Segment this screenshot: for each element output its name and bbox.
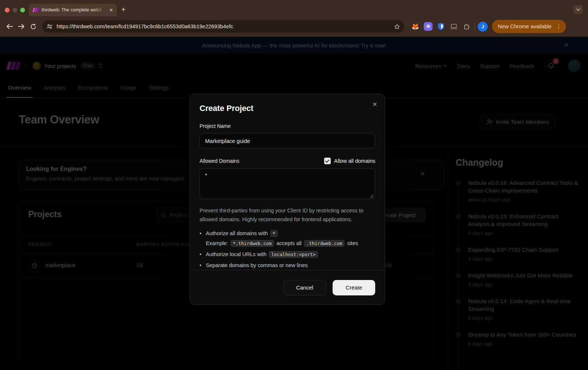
back-arrow-icon — [6, 24, 13, 29]
bullet-separate-domains: • Separate domains by commas or new line… — [200, 261, 375, 270]
create-button[interactable]: Create — [333, 280, 375, 295]
extensions-puzzle-icon[interactable] — [462, 22, 472, 31]
extension-icons: 🦊 ❄ — [410, 22, 472, 31]
code-chip-domain: .thirdweb.com — [304, 240, 345, 247]
allow-all-domains-label: Allow all domains — [334, 158, 375, 164]
minimize-window-button[interactable] — [12, 8, 17, 12]
domains-help-text: Prevent third-parties from using your Cl… — [200, 206, 375, 224]
back-button[interactable] — [4, 21, 15, 32]
domains-bullet-list: • Authorize all domains with * Example: … — [200, 229, 375, 270]
laptop-extension-icon[interactable] — [449, 22, 459, 31]
allowed-domains-label: Allowed Domains — [200, 158, 239, 164]
tab-search-button[interactable] — [573, 5, 583, 14]
project-name-label: Project Name — [200, 123, 375, 129]
chrome-profile-avatar[interactable]: J — [478, 22, 488, 32]
resize-grip-icon[interactable] — [370, 195, 373, 198]
new-tab-button[interactable]: + — [121, 6, 126, 13]
site-info-icon[interactable] — [45, 22, 54, 31]
bullet-authorize-local: • Authorize local URLs with localhost:<p… — [200, 249, 375, 259]
zoom-window-button[interactable] — [20, 8, 25, 12]
chrome-menu-button[interactable]: ⋮ — [554, 20, 566, 33]
bookmark-star-icon[interactable] — [394, 24, 400, 30]
code-chip-localhost: localhost:<port> — [269, 251, 318, 258]
code-chip-asterisk: * — [270, 230, 278, 237]
close-window-button[interactable] — [5, 8, 10, 12]
modal-title: Create Project — [200, 104, 375, 113]
chrome-update-button[interactable]: New Chrome available — [492, 20, 554, 33]
traffic-lights — [5, 8, 25, 12]
cancel-button[interactable]: Cancel — [283, 280, 326, 295]
modal-footer: Cancel Create — [190, 270, 385, 305]
create-project-modal: ✕ Create Project Project Name Allowed Do… — [190, 94, 385, 305]
url-text: https://thirdweb.com/team/fcd194917bc9c6… — [57, 24, 394, 29]
metamask-extension-icon[interactable]: 🦊 — [410, 22, 420, 31]
toolbar-divider — [474, 22, 475, 30]
allowed-domains-textarea[interactable]: * — [200, 168, 375, 199]
checkbox-checked-icon[interactable] — [324, 158, 331, 164]
snowflake-extension-icon[interactable]: ❄ — [423, 22, 433, 31]
tab-title: thirdweb: The complete web3 — [42, 7, 106, 12]
close-tab-icon[interactable]: ✕ — [109, 8, 113, 12]
screen: thirdweb: The complete web3 ✕ + h — [0, 0, 588, 370]
code-chip-wildcard-domain: *.thirdweb.com — [230, 240, 274, 247]
modal-close-icon[interactable]: ✕ — [372, 101, 377, 108]
project-name-input[interactable] — [200, 133, 375, 148]
url-bar[interactable]: https://thirdweb.com/team/fcd194917bc9c6… — [42, 20, 405, 33]
reload-button[interactable] — [27, 21, 39, 32]
shield-extension-icon[interactable] — [436, 22, 446, 31]
bullet-authorize-all: • Authorize all domains with * Example: … — [200, 229, 375, 248]
forward-arrow-icon — [18, 24, 25, 29]
thirdweb-favicon — [33, 8, 39, 12]
forward-button[interactable] — [15, 21, 27, 32]
tab-strip: thirdweb: The complete web3 ✕ + — [0, 0, 588, 16]
reload-icon — [30, 24, 36, 30]
browser-chrome: thirdweb: The complete web3 ✕ + h — [0, 0, 588, 37]
browser-toolbar: https://thirdweb.com/team/fcd194917bc9c6… — [0, 16, 588, 37]
chevron-down-icon — [576, 8, 580, 11]
allow-all-domains-toggle[interactable]: Allow all domains — [324, 158, 375, 164]
browser-tab[interactable]: thirdweb: The complete web3 ✕ — [29, 4, 117, 16]
